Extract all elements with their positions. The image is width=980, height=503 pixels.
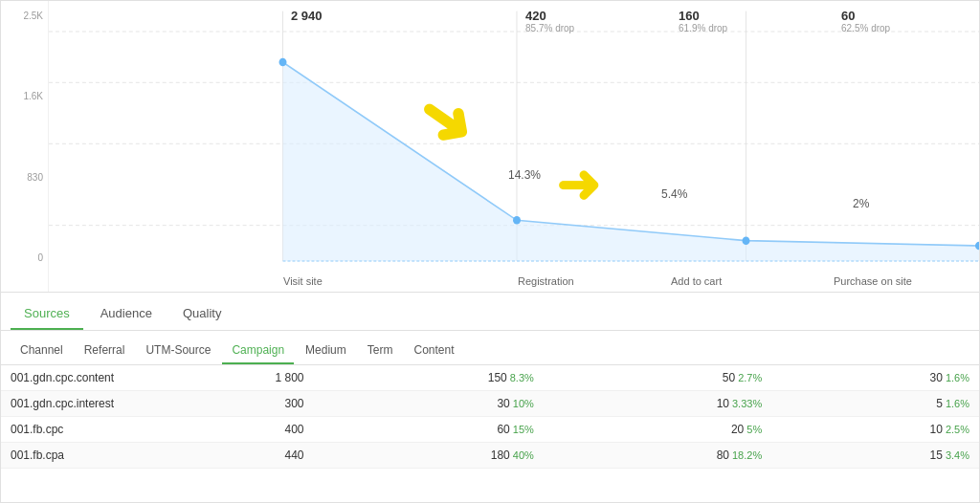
subtab-content[interactable]: Content: [404, 338, 463, 364]
svg-point-10: [513, 216, 521, 225]
data-table: 001.gdn.cpc.content1 8001508.3%502.7%301…: [1, 365, 979, 469]
table-cell: 3010%: [314, 391, 544, 417]
pct-badge: 8.3%: [510, 372, 534, 383]
step3-header: 160 61.9% drop: [671, 9, 735, 33]
pct-badge: 10%: [513, 398, 534, 409]
pct-badge: 15%: [513, 424, 534, 435]
row-name: 001.gdn.cpc.interest: [1, 391, 145, 417]
conv1-label: 14.3%: [508, 168, 541, 182]
sub-tabs: Channel Referral UTM-Source Campaign Med…: [1, 331, 979, 365]
tab-sources[interactable]: Sources: [11, 298, 83, 330]
subtab-utm-source[interactable]: UTM-Source: [136, 338, 220, 364]
step4-header: 60 62.5% drop: [834, 9, 898, 33]
table-cell: 51.6%: [771, 391, 979, 417]
pct-badge: 2.7%: [738, 372, 762, 383]
step2-drop: 85.7% drop: [525, 23, 574, 33]
pct-badge: 2.5%: [946, 424, 969, 435]
table-row: 001.gdn.cpc.content1 8001508.3%502.7%301…: [1, 365, 979, 391]
table-cell: 205%: [544, 417, 771, 443]
table-cell: 1 800: [145, 365, 314, 391]
table-cell: 102.5%: [771, 417, 979, 443]
table-row: 001.fb.cpc4006015%205%102.5%: [1, 417, 979, 443]
step1-value: 2 940: [291, 9, 323, 23]
conv3-label: 2%: [853, 197, 869, 210]
y-label-16k: 1.6K: [6, 91, 43, 101]
table-cell: 440: [145, 443, 314, 469]
svg-marker-7: [282, 62, 979, 261]
chart-inner: 2 940 420 85.7% drop 160 61.9% drop 60 6…: [49, 1, 979, 292]
row-name: 001.gdn.cpc.content: [1, 365, 145, 391]
pct-badge: 3.4%: [946, 449, 969, 461]
step1-name: Visit site: [283, 275, 323, 287]
table-row: 001.gdn.cpc.interest3003010%103.33%51.6%: [1, 391, 979, 417]
step2-header: 420 85.7% drop: [518, 9, 582, 33]
pct-badge: 3.33%: [732, 398, 762, 409]
step3-value: 160: [679, 9, 727, 23]
step4-value: 60: [841, 9, 890, 23]
subtab-medium[interactable]: Medium: [296, 338, 356, 364]
step4-drop: 62.5% drop: [841, 23, 890, 33]
step1-header: 2 940: [283, 9, 330, 23]
y-label-830: 830: [6, 172, 43, 183]
step3-name: Add to cart: [671, 275, 722, 287]
step2-value: 420: [525, 9, 574, 23]
table-cell: 153.4%: [771, 443, 979, 469]
funnel-svg: [49, 1, 979, 292]
table-cell: 300: [145, 391, 314, 417]
main-container: 2.5K 1.6K 830 0: [0, 0, 980, 503]
tab-audience[interactable]: Audience: [87, 298, 166, 330]
chart-area: 2.5K 1.6K 830 0: [1, 1, 979, 293]
conv2-label: 5.4%: [661, 187, 687, 201]
svg-point-9: [279, 58, 287, 67]
table-cell: 8018.2%: [544, 443, 771, 469]
arrow-right-icon: ➜: [556, 159, 600, 211]
table-cell: 502.7%: [544, 365, 771, 391]
y-label-25k: 2.5K: [6, 11, 43, 21]
y-label-0: 0: [6, 252, 43, 263]
table-cell: 103.33%: [544, 391, 771, 417]
table-cell: 6015%: [314, 417, 544, 443]
subtab-channel[interactable]: Channel: [11, 338, 73, 364]
row-name: 001.fb.cpc: [1, 417, 145, 443]
pct-badge: 1.6%: [946, 398, 969, 409]
step2-name: Registration: [518, 275, 574, 287]
table-cell: 1508.3%: [314, 365, 544, 391]
step4-name: Purchase on site: [834, 275, 912, 287]
subtab-campaign[interactable]: Campaign: [222, 338, 294, 364]
tab-quality[interactable]: Quality: [169, 298, 234, 330]
pct-badge: 18.2%: [732, 449, 762, 461]
table-cell: 301.6%: [771, 365, 979, 391]
pct-badge: 5%: [746, 424, 762, 435]
pct-badge: 1.6%: [946, 372, 969, 383]
table-cell: 400: [145, 417, 314, 443]
pct-badge: 40%: [513, 449, 534, 461]
y-axis: 2.5K 1.6K 830 0: [1, 1, 49, 292]
svg-point-11: [743, 236, 750, 245]
subtab-referral[interactable]: Referral: [75, 338, 135, 364]
data-table-area: 001.gdn.cpc.content1 8001508.3%502.7%301…: [1, 365, 979, 502]
table-cell: 18040%: [314, 443, 544, 469]
row-name: 001.fb.cpa: [1, 443, 145, 469]
subtab-term[interactable]: Term: [358, 338, 403, 364]
step3-drop: 61.9% drop: [679, 23, 727, 33]
main-tabs: Sources Audience Quality: [1, 293, 979, 331]
table-row: 001.fb.cpa44018040%8018.2%153.4%: [1, 443, 979, 469]
